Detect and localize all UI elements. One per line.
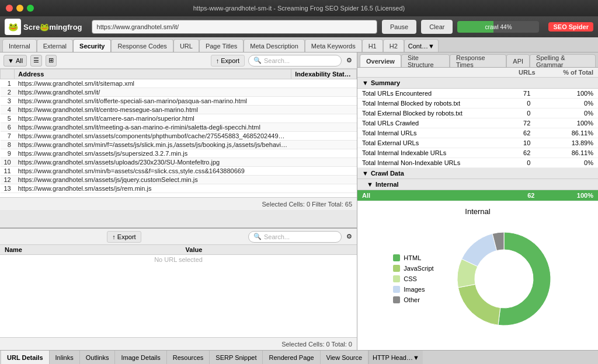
clear-button[interactable]: Clear [421,20,453,34]
bottom-tab-view-source[interactable]: View Source [321,351,369,365]
legend-dot [393,296,400,303]
chart-segment [458,284,500,325]
right-tab-bar: Overview Site Structure Response Times A… [357,52,598,68]
bottom-tab-resources[interactable]: Resources [167,351,210,365]
table-row[interactable]: 4 https://www.grandhotel.sm/it/centro-me… [1,106,357,114]
chart-segment [498,232,551,326]
lower-export-button[interactable]: ↑ Export [107,231,141,243]
bottom-tab-outlinks[interactable]: Outlinks [80,351,116,365]
bottom-tab-inlinks[interactable]: Inlinks [50,351,80,365]
crawl-data-title: Crawl Data [371,170,404,177]
upload-icon: ↑ [216,57,220,64]
tab-h2[interactable]: H2 [383,39,404,52]
tab-external[interactable]: External [37,39,73,52]
right-tab-spelling[interactable]: Spelling & Grammar [530,54,596,67]
legend-item: Images [393,286,433,293]
table-status-bar: Selected Cells: 0 Filter Total: 65 [0,197,357,210]
summary-label: Total Internal URLs [357,128,502,138]
summary-label: Total Internal Non-Indexable URLs [357,158,502,168]
table-row[interactable]: 12 https://www.grandhotel.sm/assets/js/j… [1,176,357,184]
table-row[interactable]: 10 https://www.grandhotel.sm/assets/uplo… [1,158,357,167]
internal-header[interactable]: ▼ Internal [357,179,598,190]
filter-dropdown[interactable]: ▼ All [4,55,27,66]
legend-label: Images [404,286,425,293]
row-num: 10 [1,158,15,167]
bottom-tab-rendered-page[interactable]: Rendered Page [263,351,320,365]
table-row[interactable]: 9 https://www.grandhotel.sm/assets/js/su… [1,149,357,158]
close-button[interactable] [6,5,13,12]
progress-bar: crawl 44% [457,21,539,33]
lower-toolbar: ↑ Export 🔍 Search... ⚙ [0,229,357,245]
tab-security[interactable]: Security [73,39,111,52]
search-box[interactable]: 🔍 Search... [248,55,342,66]
filter-icon: ▼ [8,57,14,64]
summary-label: Total URLs Crawled [357,118,502,128]
bottom-tab-image-details[interactable]: Image Details [115,351,166,365]
lower-filter-icon[interactable]: ⚙ [345,233,353,241]
main-tab-bar: Internal External Security Response Code… [0,37,598,52]
summary-label: Total Internal Indexable URLs [357,148,502,158]
summary-row: Total Internal Indexable URLs 62 86.11% [357,148,598,158]
legend-item: Other [393,296,433,303]
grid-view-btn[interactable]: ⊞ [46,55,57,66]
list-view-btn[interactable]: ☰ [30,55,42,66]
row-status [291,132,357,141]
export-button[interactable]: ↑ Export [211,55,245,66]
maximize-button[interactable] [27,5,34,12]
tab-url[interactable]: URL [173,39,199,52]
row-status [291,79,357,88]
legend-item: HTML [393,254,433,261]
row-status [291,158,357,167]
summary-label: Total External Blocked by robots.txt [357,108,502,118]
summary-urls: 62 [502,128,535,138]
table-row[interactable]: 7 https://www.grandhotel.sm/assets/compo… [1,132,357,141]
right-tab-site-structure[interactable]: Site Structure [401,54,450,67]
summary-title: Summary [371,79,400,86]
bottom-tab-serp-snippet[interactable]: SERP Snippet [210,351,263,365]
bottom-tab-more[interactable]: HTTP Head… ▼ [368,351,423,365]
right-tab-response-times[interactable]: Response Times [450,54,506,67]
summary-row: Total URLs Encountered 71 100% [357,89,598,99]
table-row[interactable]: 13 https://www.grandhotel.sm/assets/js/r… [1,184,357,193]
col-address: Address [15,69,291,79]
all-row-table: All 62 100% [357,190,598,201]
table-row[interactable]: 11 https://www.grandhotel.sm/min/b=asset… [1,167,357,176]
summary-row: Total Internal URLs 62 86.11% [357,128,598,138]
crawl-data-header[interactable]: ▼ Crawl Data [357,168,598,179]
all-row[interactable]: All 62 100% [357,190,598,201]
summary-header[interactable]: ▼ Summary [357,78,598,89]
tab-more[interactable]: Cont… ▼ [404,39,439,52]
filter-options-icon[interactable]: ⚙ [345,57,353,65]
tab-page-titles[interactable]: Page Titles [199,39,244,52]
lower-search-box[interactable]: 🔍 Search... [248,231,342,243]
tab-meta-keywords[interactable]: Meta Keywords [305,39,362,52]
pause-button[interactable]: Pause [382,20,416,34]
tab-meta-description[interactable]: Meta Description [244,39,305,52]
table-row[interactable]: 6 https://www.grandhotel.sm/it/meeting-a… [1,123,357,132]
all-pct: 100% [540,190,599,201]
tab-internal[interactable]: Internal [2,39,37,52]
table-row[interactable]: 3 https://www.grandhotel.sm/it/offerte-s… [1,97,357,106]
row-num: 8 [1,141,15,149]
row-address: https://www.grandhotel.sm/assets/js/rem.… [15,184,291,193]
table-row[interactable]: 5 https://www.grandhotel.sm/it/camere-sa… [1,114,357,123]
donut-chart [446,220,562,337]
row-status [291,141,357,149]
lower-panel: ↑ Export 🔍 Search... ⚙ Name Value [0,228,357,350]
title-bar: https-www-grandhotel-sm-it - Screaming F… [0,0,598,16]
minimize-button[interactable] [16,5,23,12]
right-tab-api[interactable]: API [506,54,530,67]
table-row[interactable]: 2 https://www.grandhotel.sm/it/ [1,88,357,97]
right-tab-overview[interactable]: Overview [360,54,401,67]
data-table-container[interactable]: Address Indexability Stat… 1 https://www… [0,69,357,197]
url-bar[interactable]: https://www.grandhotel.sm/it/ [92,20,377,34]
row-num: 5 [1,114,15,123]
bottom-tab-url-details[interactable]: URL Details [1,351,50,365]
table-row[interactable]: 1 https://www.grandhotel.sm/it/sitemap.x… [1,79,357,88]
tab-response-codes[interactable]: Response Codes [111,39,173,52]
window-controls [6,5,34,12]
tab-h1[interactable]: H1 [362,39,383,52]
status-text: Selected Cells: 0 Filter Total: 65 [262,201,352,208]
filter-label: All [16,57,23,64]
table-row[interactable]: 8 https://www.grandhotel.sm/min/f=/asset… [1,141,357,149]
